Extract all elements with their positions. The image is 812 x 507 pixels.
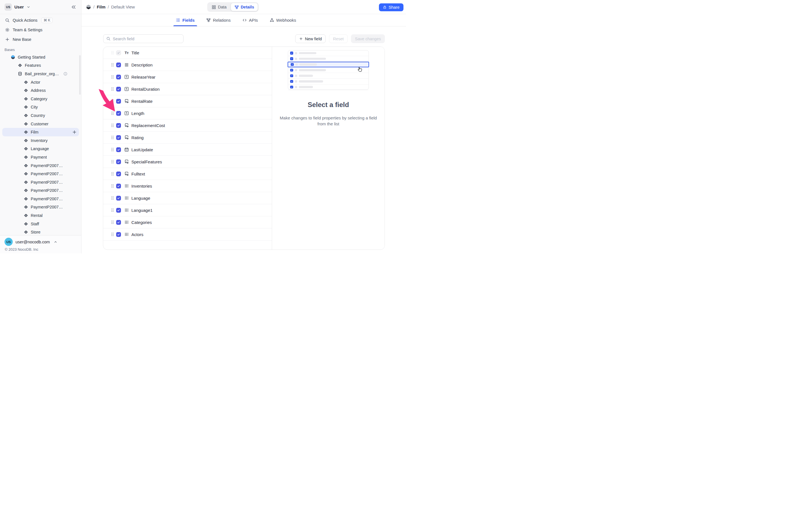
sidebar-item-actor[interactable]: Actor — [2, 78, 79, 87]
sidebar-item-staff[interactable]: Staff — [2, 220, 79, 228]
field-visibility-checkbox[interactable] — [116, 232, 121, 237]
drag-handle[interactable] — [111, 135, 114, 139]
table-icon — [24, 97, 28, 101]
field-row-language1[interactable]: Language1 — [103, 204, 272, 216]
workspace-menu[interactable]: US User — [4, 3, 30, 11]
sidebar-item-city[interactable]: City — [2, 103, 79, 112]
field-visibility-checkbox[interactable] — [116, 87, 121, 92]
field-row-rentalrate[interactable]: RentalRate — [103, 95, 272, 107]
field-row-lastupdate[interactable]: LastUpdate — [103, 144, 272, 156]
field-visibility-checkbox[interactable] — [116, 111, 121, 116]
field-visibility-checkbox[interactable] — [116, 147, 121, 152]
sidebar-item-getting-started[interactable]: Getting Started — [2, 53, 79, 61]
save-changes-button[interactable]: Save changes — [351, 34, 385, 43]
drag-handle[interactable] — [111, 75, 114, 79]
field-row-categories[interactable]: Categories — [103, 216, 272, 228]
sidebar-item-category[interactable]: Category — [2, 95, 79, 103]
field-row-rating[interactable]: Rating — [103, 131, 272, 144]
drag-handle[interactable] — [111, 232, 114, 236]
field-row-inventories[interactable]: Inventories — [103, 180, 272, 192]
field-visibility-checkbox[interactable] — [116, 196, 121, 201]
field-visibility-checkbox[interactable] — [116, 135, 121, 140]
sidebar-item-paymentp2007[interactable]: PaymentP2007… — [2, 194, 79, 203]
reset-button[interactable]: Reset — [329, 34, 348, 43]
field-row-specialfeatures[interactable]: SpecialFeatures — [103, 156, 272, 168]
sidebar-item-rental[interactable]: Rental — [2, 211, 79, 220]
sidebar-item-country[interactable]: Country — [2, 111, 79, 120]
drag-handle[interactable] — [111, 87, 114, 91]
collapse-sidebar-button[interactable] — [71, 4, 76, 10]
info-icon[interactable] — [63, 72, 67, 76]
field-search[interactable] — [103, 34, 184, 43]
details-view-segment[interactable]: Details — [231, 3, 258, 11]
field-row-description[interactable]: Description — [103, 59, 272, 71]
copyright-text: © 2023 NocoDB. Inc — [5, 247, 77, 251]
sidebar-item-paymentp2007[interactable]: PaymentP2007… — [2, 161, 79, 170]
field-visibility-checkbox[interactable] — [116, 99, 121, 104]
sidebar-item-label: Staff — [31, 222, 39, 226]
tab-relations[interactable]: Relations — [206, 14, 231, 26]
sidebar-item-paymentp2007[interactable]: PaymentP2007… — [2, 203, 79, 212]
field-row-replacementcost[interactable]: ReplacementCost — [103, 119, 272, 131]
sidebar-item-address[interactable]: Address — [2, 86, 79, 95]
team-settings-item[interactable]: Team & Settings — [2, 25, 79, 35]
search-input[interactable] — [113, 37, 181, 41]
search-icon — [5, 18, 10, 22]
drag-handle[interactable] — [111, 63, 114, 67]
field-visibility-checkbox[interactable] — [116, 62, 121, 67]
sidebar-item-language[interactable]: Language — [2, 145, 79, 153]
field-list: TᴛTitleDescriptionReleaseYearRentalDurat… — [103, 47, 272, 249]
field-visibility-checkbox[interactable] — [116, 159, 121, 164]
field-row-actors[interactable]: Actors — [103, 228, 272, 240]
sidebar-item-paymentp2007[interactable]: PaymentP2007… — [2, 186, 79, 195]
sidebar-item-bail-prestor-org[interactable]: Bail_prestor_org… — [2, 69, 79, 78]
field-row-length[interactable]: Length — [103, 107, 272, 119]
add-view-button[interactable] — [72, 130, 77, 134]
field-visibility-checkbox[interactable] — [116, 220, 121, 225]
breadcrumb-table[interactable]: Film — [97, 4, 105, 9]
drag-handle[interactable] — [111, 196, 114, 200]
drag-handle[interactable] — [111, 111, 114, 115]
tab-webhooks[interactable]: Webhooks — [270, 14, 296, 26]
mini-square — [295, 52, 297, 54]
drag-handle[interactable] — [111, 172, 114, 176]
grid-icon — [212, 5, 216, 9]
tab-fields[interactable]: Fields — [176, 14, 195, 26]
user-account-menu[interactable]: US user@nocodb.com — [4, 238, 77, 246]
field-row-title[interactable]: TᴛTitle — [103, 47, 272, 59]
field-row-rentalduration[interactable]: RentalDuration — [103, 83, 272, 95]
sidebar-item-paymentp2007[interactable]: PaymentP2007… — [2, 178, 79, 186]
field-visibility-checkbox[interactable] — [116, 208, 121, 213]
field-visibility-checkbox[interactable] — [116, 184, 121, 188]
drag-handle[interactable] — [111, 220, 114, 224]
details-view-label: Details — [241, 5, 254, 9]
quick-actions-item[interactable]: Quick Actions ⌘ K — [2, 15, 79, 25]
drag-handle[interactable] — [111, 123, 114, 127]
sidebar-item-film[interactable]: Film — [2, 128, 79, 136]
drag-handle[interactable] — [111, 184, 114, 188]
sidebar-item-inventory[interactable]: Inventory — [2, 136, 79, 145]
field-visibility-checkbox[interactable] — [116, 123, 121, 128]
new-base-item[interactable]: New Base — [2, 35, 79, 44]
data-view-segment[interactable]: Data — [208, 3, 231, 11]
sidebar-item-payment[interactable]: Payment — [2, 153, 79, 161]
sidebar-scrollbar[interactable] — [79, 55, 81, 95]
drag-handle[interactable] — [111, 148, 114, 152]
drag-handle[interactable] — [111, 51, 114, 55]
field-visibility-checkbox[interactable] — [116, 172, 121, 176]
drag-handle[interactable] — [111, 208, 114, 212]
sidebar-item-features[interactable]: Features — [2, 61, 79, 70]
new-field-button[interactable]: New field — [295, 34, 326, 43]
field-row-releaseyear[interactable]: ReleaseYear — [103, 71, 272, 83]
field-row-language[interactable]: Language — [103, 192, 272, 204]
field-visibility-checkbox[interactable] — [116, 75, 121, 79]
sidebar-item-paymentp2007[interactable]: PaymentP2007… — [2, 170, 79, 178]
drag-handle[interactable] — [111, 160, 114, 164]
tab-apis[interactable]: APIs — [243, 14, 258, 26]
drag-handle[interactable] — [111, 99, 114, 103]
sidebar-item-store[interactable]: Store — [2, 228, 79, 235]
breadcrumb-view[interactable]: Default View — [111, 4, 135, 9]
share-button[interactable]: Share — [379, 3, 403, 11]
field-row-fulltext[interactable]: Fulltext — [103, 168, 272, 180]
sidebar-item-customer[interactable]: Customer — [2, 120, 79, 128]
